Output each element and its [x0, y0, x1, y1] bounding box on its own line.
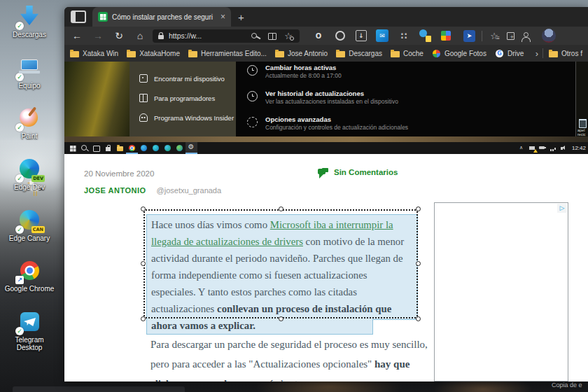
ad-container: ▷ [434, 202, 568, 382]
extension-icon[interactable]: O [312, 29, 325, 42]
screenshot-update-options: Cambiar horas activas Actualmente de 8:0… [236, 62, 575, 136]
extension-icon[interactable]: ∷ [398, 29, 410, 42]
selection-handle[interactable] [279, 316, 284, 321]
screenshot-wallpaper-left [64, 62, 130, 136]
screenshot-system-tray: 12:42 [518, 142, 586, 154]
desktop: { "colors":{ "brand_green":"#1c8c2d", "l… [0, 0, 588, 392]
browser-window: Cómo instalar parches de seguri × + ← → … [64, 7, 588, 382]
desktop-icon[interactable]: Equipo [1, 55, 58, 90]
selection-handle[interactable] [416, 261, 421, 266]
bookmark-folder-icon [495, 50, 504, 57]
settings-nav-label: Para programadores [154, 94, 215, 102]
sync-check-icon [15, 73, 24, 81]
sync-check-icon [15, 327, 24, 335]
read-aloud-icon[interactable] [267, 30, 278, 41]
share-person-icon[interactable] [519, 30, 531, 41]
selection-handle[interactable] [141, 206, 146, 211]
desktop-icon[interactable]: Paint [1, 106, 58, 140]
selection-handle[interactable] [279, 206, 284, 211]
bookmark-folder-icon [127, 50, 136, 57]
selection-handle[interactable] [141, 316, 146, 321]
adchoices-icon[interactable]: ▷ [557, 204, 567, 213]
extension-icon[interactable] [334, 29, 346, 42]
extension-icons: O ↓ ✉ ∷ [312, 29, 451, 42]
desktop-icon[interactable]: Descargas [1, 4, 58, 38]
author-link[interactable]: JOSE ANTONIO [84, 186, 146, 195]
comments-label: Sin Comentarios [334, 168, 398, 176]
password-key-icon[interactable] [251, 30, 262, 41]
tab-close-icon[interactable]: × [220, 12, 225, 22]
tray-icon [528, 144, 537, 153]
desktop-icons: Descargas Equipo Paint DEV Edge Dev [0, 4, 59, 351]
author-handle-link[interactable]: @josetxu_granada [157, 186, 222, 195]
update-option-icon [247, 65, 258, 76]
paragraph-segment: hasta [278, 378, 302, 382]
bookmarks-bar: Xataka Win XatakaHome Herramientas Edito… [64, 45, 588, 62]
bookmarks-row: Xataka Win XatakaHome Herramientas Edito… [70, 50, 524, 57]
bookmarks-overflow-chevron[interactable]: › [536, 48, 538, 59]
bookmark-item[interactable]: Xataka Win [70, 50, 118, 57]
desktop-icon[interactable]: CAN Edge Canary [1, 208, 58, 242]
home-button[interactable]: ⌂ [132, 28, 148, 43]
favorite-star-icon[interactable] [283, 30, 294, 41]
desktop-icon[interactable]: Telegram Desktop [1, 309, 58, 351]
update-option-icon [247, 117, 258, 127]
article-paragraph: Para descargar un parche de seguridad el… [150, 335, 429, 382]
tray-icon [539, 144, 547, 153]
desktop-icon-image [18, 106, 41, 130]
article-screenshot-image: Encontrar mi dispositivo Para programado… [64, 62, 588, 154]
refresh-button[interactable]: ↻ [111, 28, 127, 43]
bookmark-item[interactable]: Jose Antonio [275, 50, 328, 57]
desktop-icon-image: DEV [18, 157, 41, 181]
bookmark-item[interactable]: Coche [391, 50, 424, 57]
forward-button[interactable]: → [90, 28, 106, 43]
bookmark-label: Xataka Win [83, 50, 118, 57]
extension-icon[interactable]: ↓ [356, 30, 367, 41]
comments-link[interactable]: Sin Comentarios [318, 167, 398, 176]
bookmark-item[interactable]: Drive [495, 50, 524, 57]
update-option-title: Cambiar horas activas [265, 64, 342, 72]
bookmark-folder-icon [391, 50, 400, 57]
extension-icon[interactable]: ✉ [376, 29, 388, 42]
bookmark-item[interactable]: Descargas [336, 50, 382, 57]
extension-icon[interactable] [419, 29, 432, 42]
tray-icon [560, 144, 568, 153]
tab-actions-button[interactable] [71, 10, 86, 23]
desktop-icon[interactable]: Google Chrome [1, 258, 58, 293]
desktop-icon-label: Descargas [13, 31, 46, 38]
desktop-icon[interactable]: DEV Edge Dev [1, 157, 58, 191]
bookmark-folder-icon [549, 50, 558, 57]
bookmark-label: XatakaHome [139, 50, 180, 57]
browser-tab[interactable]: Cómo instalar parches de seguri × [92, 7, 231, 27]
favorites-menu-icon[interactable] [489, 30, 500, 41]
tab-title: Cómo instalar parches de seguri [112, 13, 216, 21]
bookmark-folder-icon [70, 50, 79, 57]
selection-handle[interactable] [416, 316, 421, 321]
settings-nav-label: Programa Windows Insider [154, 114, 234, 122]
screenshot-taskbar: 12:42 [64, 142, 588, 154]
bookmark-item[interactable]: Herramientas Edito... [188, 50, 267, 57]
sync-check-icon [15, 174, 24, 183]
profile-avatar[interactable] [542, 29, 556, 43]
bookmark-item[interactable]: XatakaHome [127, 50, 180, 57]
screenshot-taskbar-icon [90, 142, 102, 154]
address-bar[interactable]: https://w... [153, 29, 300, 43]
tray-icon [550, 144, 558, 153]
bookmark-other-favorites[interactable]: Otros f [549, 50, 582, 57]
new-tab-button[interactable]: + [238, 12, 244, 22]
extension-icon[interactable] [441, 31, 451, 41]
send-tab-icon[interactable]: ➤ [463, 30, 475, 42]
toolbar-separator [482, 31, 482, 41]
bookmark-label: Jose Antonio [288, 50, 328, 57]
bookmark-item[interactable]: Google Fotos [432, 50, 486, 57]
screenshot-taskbar-icon [150, 142, 162, 154]
settings-nav-item: Para programadores [130, 88, 236, 108]
bookmark-label: Google Fotos [444, 50, 486, 57]
collections-icon[interactable] [504, 30, 515, 41]
selection-handle[interactable] [416, 206, 421, 211]
desktop-icon-label: Edge Canary [9, 234, 50, 242]
back-button[interactable]: ← [69, 28, 85, 43]
screenshot-wallpaper-strip [64, 136, 588, 142]
selection-handle[interactable] [141, 261, 146, 266]
sync-check-icon [15, 225, 24, 234]
